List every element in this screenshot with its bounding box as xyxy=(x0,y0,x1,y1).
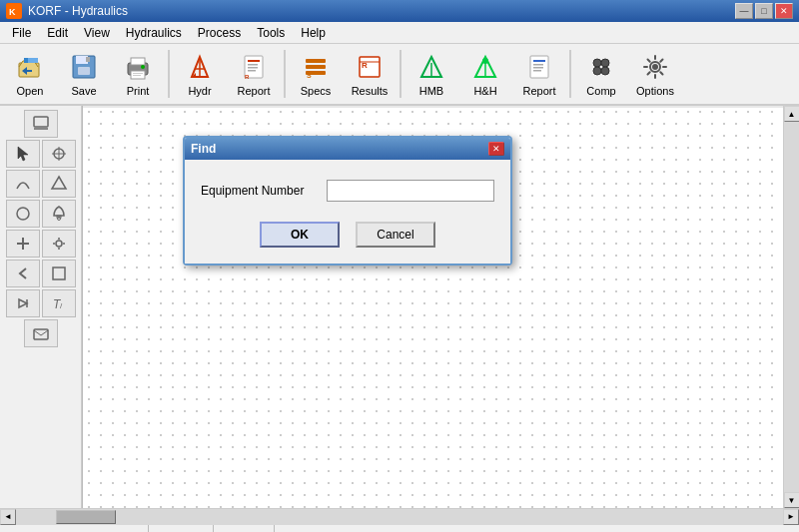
svg-rect-5 xyxy=(78,67,90,75)
svg-rect-38 xyxy=(533,67,543,69)
toolbar-report1[interactable]: R Report xyxy=(228,46,280,102)
ok-button[interactable]: OK xyxy=(260,222,340,248)
toolbar-hh[interactable]: H&H xyxy=(459,46,511,102)
svg-rect-10 xyxy=(133,73,143,74)
canvas-area[interactable]: Find ✕ Equipment Number OK Cancel xyxy=(83,106,783,508)
dialog-title: Find xyxy=(191,142,216,156)
svg-rect-39 xyxy=(533,70,541,72)
svg-rect-20 xyxy=(248,67,258,69)
left-toolbar-row-2 xyxy=(2,140,79,168)
toolbar-specs[interactable]: S Specs xyxy=(290,46,342,102)
dialog-title-bar: Find ✕ xyxy=(185,138,510,160)
lt-btn-square[interactable] xyxy=(42,260,76,287)
svg-point-34 xyxy=(482,58,488,64)
svg-marker-59 xyxy=(19,299,27,307)
maximize-button[interactable]: □ xyxy=(755,3,773,19)
svg-text:R: R xyxy=(245,74,250,80)
separator-1 xyxy=(168,50,170,98)
equipment-number-label: Equipment Number xyxy=(201,184,311,198)
svg-rect-58 xyxy=(53,267,65,279)
hydr-label: Hydr xyxy=(188,85,211,97)
separator-3 xyxy=(400,50,401,98)
title-bar-left: K KORF - Hydraulics xyxy=(6,3,128,19)
find-dialog: Find ✕ Equipment Number OK Cancel xyxy=(183,136,512,266)
right-scrollbar: ▲ ▼ xyxy=(783,106,799,508)
title-controls[interactable]: — □ ✕ xyxy=(735,3,793,19)
lt-btn-polygon[interactable] xyxy=(42,170,76,198)
menu-process[interactable]: Process xyxy=(190,24,249,42)
report2-label: Report xyxy=(522,85,555,97)
toolbar-hydr[interactable]: Hydr xyxy=(174,46,226,102)
toolbar-save[interactable]: Save xyxy=(58,46,110,102)
toolbar-comp[interactable]: Comp xyxy=(575,46,627,102)
left-toolbar: T / xyxy=(0,106,82,508)
svg-point-54 xyxy=(57,218,60,221)
minimize-button[interactable]: — xyxy=(735,3,753,19)
options-label: Options xyxy=(636,85,674,97)
close-button[interactable]: ✕ xyxy=(775,3,793,19)
lt-btn-gear[interactable] xyxy=(42,230,76,258)
scroll-track-vertical[interactable] xyxy=(784,122,800,492)
svg-rect-18 xyxy=(248,60,260,62)
menu-file[interactable]: File xyxy=(4,24,39,42)
canvas-top-line xyxy=(83,106,783,108)
lt-btn-circle[interactable] xyxy=(6,200,40,228)
lt-btn-valve[interactable] xyxy=(6,289,40,317)
status-specified: Specified/Required = 0/0 xyxy=(8,525,149,532)
comp-label: Comp xyxy=(586,85,615,97)
save-icon xyxy=(68,51,100,83)
lt-btn-text[interactable]: T / xyxy=(42,289,76,317)
status-units: Metric xyxy=(173,525,215,532)
svg-point-12 xyxy=(141,65,145,69)
toolbar-report2[interactable]: Report xyxy=(513,46,565,102)
svg-text:/: / xyxy=(60,301,63,310)
menu-view[interactable]: View xyxy=(76,24,118,42)
report2-icon xyxy=(523,51,555,83)
scroll-track-horizontal[interactable] xyxy=(16,509,783,525)
dialog-close-button[interactable]: ✕ xyxy=(488,142,504,156)
lt-btn-select[interactable] xyxy=(24,110,58,138)
menu-tools[interactable]: Tools xyxy=(249,24,293,42)
results-icon: R xyxy=(354,51,386,83)
dialog-body: Equipment Number OK Cancel xyxy=(185,160,510,264)
status-bar: Specified/Required = 0/0 Metric Case xyxy=(0,524,799,532)
lt-btn-envelope[interactable] xyxy=(24,319,58,347)
menu-edit[interactable]: Edit xyxy=(39,24,76,42)
scroll-left-button[interactable]: ◄ xyxy=(0,509,16,525)
scroll-up-button[interactable]: ▲ xyxy=(784,106,800,122)
dialog-buttons: OK Cancel xyxy=(201,222,494,248)
separator-2 xyxy=(284,50,286,98)
hmb-icon xyxy=(415,51,447,83)
toolbar-options[interactable]: Options xyxy=(629,46,681,102)
lt-btn-bell[interactable] xyxy=(42,200,76,228)
menu-bar: File Edit View Hydraulics Process Tools … xyxy=(0,22,799,44)
lt-btn-pointer[interactable] xyxy=(6,140,40,168)
report1-icon: R xyxy=(238,51,270,83)
toolbar-open[interactable]: Open xyxy=(4,46,56,102)
report1-label: Report xyxy=(237,85,270,97)
toolbar-hmb[interactable]: HMB xyxy=(405,46,457,102)
lt-btn-arrow-left[interactable] xyxy=(6,260,40,287)
open-icon xyxy=(14,51,46,83)
equipment-number-input[interactable] xyxy=(327,180,494,202)
app-icon: K xyxy=(6,3,22,19)
lt-btn-plus[interactable] xyxy=(6,230,40,258)
scroll-thumb[interactable] xyxy=(56,510,116,524)
scroll-down-button[interactable]: ▼ xyxy=(784,492,800,508)
svg-rect-8 xyxy=(131,58,145,65)
scroll-right-button[interactable]: ► xyxy=(783,509,799,525)
print-label: Print xyxy=(127,85,150,97)
lt-btn-curve[interactable] xyxy=(6,170,40,198)
window-title: KORF - Hydraulics xyxy=(28,4,128,18)
toolbar-results[interactable]: R Results xyxy=(344,46,396,102)
menu-hydraulics[interactable]: Hydraulics xyxy=(118,24,190,42)
hmb-label: HMB xyxy=(419,85,443,97)
lt-btn-crosshair[interactable] xyxy=(42,140,76,168)
left-toolbar-row-8 xyxy=(2,319,79,347)
hh-label: H&H xyxy=(473,85,496,97)
toolbar-print[interactable]: Print xyxy=(112,46,164,102)
svg-point-43 xyxy=(601,67,609,75)
cancel-button[interactable]: Cancel xyxy=(356,222,435,248)
left-toolbar-row-7: T / xyxy=(2,289,79,317)
menu-help[interactable]: Help xyxy=(293,24,334,42)
